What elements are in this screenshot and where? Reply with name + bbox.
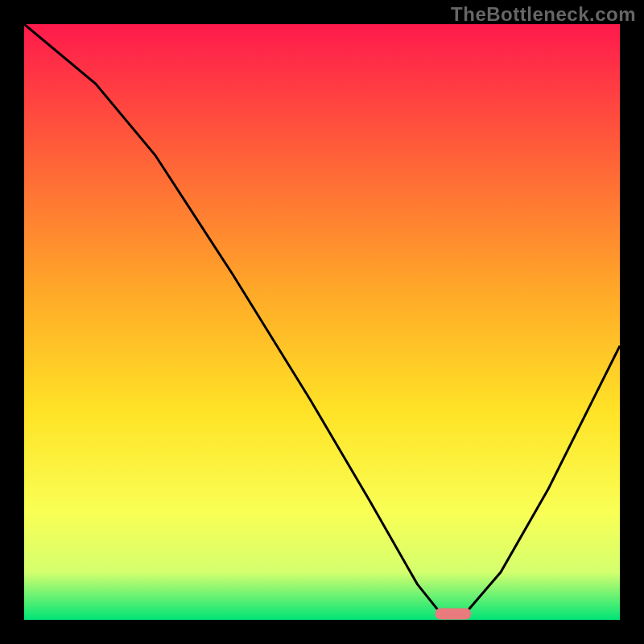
optimal-marker [436, 609, 471, 620]
chart-plot [24, 24, 620, 620]
gradient-background [24, 24, 620, 620]
watermark-label: TheBottleneck.com [451, 3, 636, 26]
chart-svg [24, 24, 620, 620]
chart-frame: TheBottleneck.com [0, 0, 644, 644]
